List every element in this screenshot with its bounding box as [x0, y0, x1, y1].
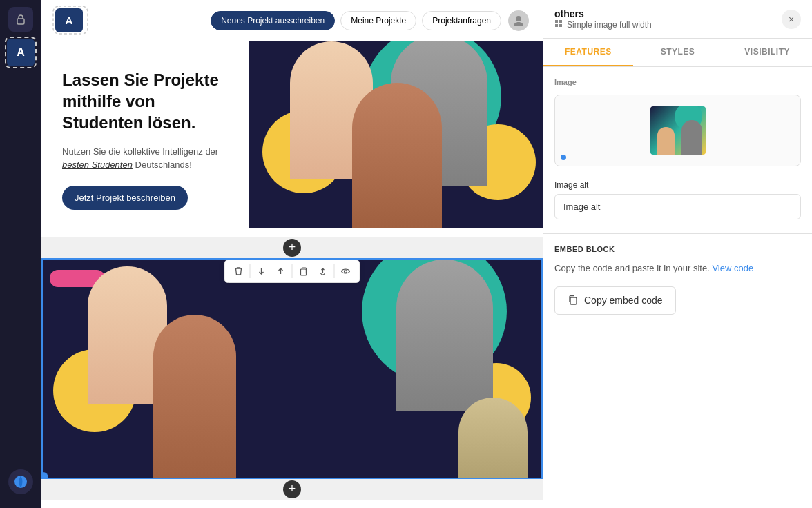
nav-avatar[interactable]: [508, 10, 529, 31]
image-block-2[interactable]: [41, 258, 543, 479]
nav-logo: A: [55, 8, 83, 32]
svg-rect-8: [555, 24, 558, 27]
svg-rect-7: [559, 20, 562, 23]
nav-btn-my-projects[interactable]: Meine Projekte: [340, 11, 416, 30]
lock-icon[interactable]: [8, 7, 33, 32]
nav-buttons: Neues Projekt ausschreiben Meine Projekt…: [211, 11, 501, 30]
toolbar-share-icon[interactable]: [315, 263, 331, 280]
svg-rect-0: [17, 19, 24, 24]
panel-title: others: [554, 8, 652, 19]
tab-visibility[interactable]: VISIBILITY: [722, 39, 812, 66]
svg-rect-9: [559, 24, 562, 27]
shield-label: A: [17, 46, 25, 59]
image-thumbnail: [650, 106, 706, 155]
panel-subtitle-text: Simple image full width: [567, 20, 652, 30]
panel-header-info: others Simple image full width: [554, 8, 652, 30]
copy-embed-button[interactable]: Copy embed code: [554, 286, 676, 315]
copy-embed-label: Copy embed code: [584, 295, 663, 306]
sidebar-bottom: [8, 469, 33, 501]
toolbar-copy-icon[interactable]: [296, 263, 312, 280]
blue-dot-indicator: [561, 155, 566, 160]
image-block-1: [249, 41, 543, 228]
image-section: Image: [554, 78, 801, 166]
image-block-2-content: [43, 260, 541, 478]
image-section-label: Image: [554, 78, 801, 86]
svg-rect-10: [570, 297, 577, 304]
tab-features[interactable]: FEATURES: [543, 39, 633, 66]
hero-left: Lassen Sie Projekte mithilfe von Student…: [41, 41, 249, 237]
block-divider-1: +: [41, 237, 543, 258]
toolbar-divider-2: [292, 264, 293, 278]
person-2d: [458, 398, 528, 479]
embed-label: EMBED BLOCK: [554, 245, 801, 253]
view-code-link[interactable]: View code: [712, 263, 753, 273]
person-2b: [396, 260, 493, 411]
hero-subtitle: Nutzen Sie die kollektive Intelligenz de…: [62, 145, 228, 172]
toolbar-move-up-icon[interactable]: [273, 263, 289, 280]
panel-subtitle: Simple image full width: [554, 19, 652, 30]
add-block-button-2[interactable]: +: [283, 480, 301, 498]
svg-point-5: [345, 270, 347, 273]
thumb-person-2: [682, 120, 702, 155]
toolbar-visibility-icon[interactable]: [338, 263, 354, 280]
right-panel: others Simple image full width × FEATURE…: [543, 0, 812, 508]
svg-rect-6: [555, 20, 558, 23]
image-alt-input[interactable]: [554, 194, 801, 219]
nav-btn-project-requests[interactable]: Projektanfragen: [422, 11, 501, 30]
hero-cta-button[interactable]: Jetzt Projekt beschreiben: [62, 186, 188, 210]
toolbar-divider-1: [250, 264, 251, 278]
panel-tabs: FEATURES STYLES VISIBILITY: [543, 39, 812, 67]
block-toolbar: [224, 260, 360, 283]
left-sidebar: A: [0, 0, 41, 508]
hero-image-area: [249, 41, 543, 237]
svg-point-3: [516, 16, 521, 21]
shield-a-icon[interactable]: A: [7, 39, 35, 66]
image-thumbnail-container[interactable]: [554, 95, 801, 166]
second-block-container: +: [41, 258, 543, 479]
block-divider-2: +: [41, 479, 543, 500]
nav-btn-new-project[interactable]: Neues Projekt ausschreiben: [211, 11, 335, 30]
person-2c: [153, 315, 236, 479]
embed-description: Copy the code and paste it in your site.…: [554, 262, 801, 275]
blue-shape-icon: [8, 469, 33, 494]
svg-rect-4: [301, 269, 307, 275]
panel-content: Image Image alt EMBED BLOCK Copy the cod…: [543, 67, 812, 508]
website-preview: A Neues Projekt ausschreiben Meine Proje…: [41, 0, 543, 508]
toolbar-divider-3: [334, 264, 335, 278]
panel-close-button[interactable]: ×: [782, 10, 801, 29]
toolbar-delete-icon[interactable]: [231, 263, 247, 280]
person-silhouette-3: [352, 83, 442, 228]
hero-section: Lassen Sie Projekte mithilfe von Student…: [41, 41, 543, 237]
image-alt-section: Image alt: [554, 180, 801, 219]
toolbar-move-down-icon[interactable]: [253, 263, 270, 280]
hero-link[interactable]: besten Studenten: [62, 159, 133, 170]
add-block-button-1[interactable]: +: [283, 239, 301, 257]
tab-styles[interactable]: STYLES: [633, 39, 723, 66]
copy-icon: [568, 294, 579, 307]
image-alt-label: Image alt: [554, 180, 801, 190]
grid-icon: [554, 19, 563, 30]
thumb-person-1: [657, 127, 675, 155]
preview-nav: A Neues Projekt ausschreiben Meine Proje…: [41, 0, 543, 41]
panel-header: others Simple image full width ×: [543, 0, 812, 39]
hero-title: Lassen Sie Projekte mithilfe von Student…: [62, 69, 228, 134]
nav-logo-letter: A: [66, 14, 73, 26]
section-divider: [543, 233, 812, 234]
embed-section: EMBED BLOCK Copy the code and paste it i…: [554, 245, 801, 315]
